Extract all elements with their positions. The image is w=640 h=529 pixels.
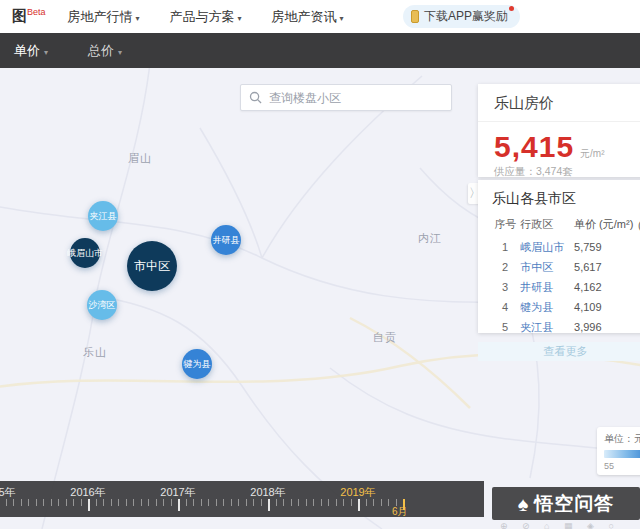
bubble-shawan[interactable]: 沙湾区 xyxy=(87,290,117,320)
year-label-2018: 2018年 xyxy=(250,485,285,500)
district-link[interactable]: 井研县 xyxy=(520,281,553,293)
legend-value: 55 xyxy=(604,461,640,471)
page: 图Beta 房地产行情▾ 产品与方案▾ 房地产资讯▾ 下载APP赢奖励 单价▾ … xyxy=(0,0,640,529)
city-label-neijiang: 内江 xyxy=(418,231,442,246)
watermark-brand: 悟空问答 xyxy=(534,491,614,517)
logo-text: 图 xyxy=(12,7,27,24)
site-logo[interactable]: 图Beta xyxy=(12,7,46,26)
table-row[interactable]: 3 井研县 4,162 xyxy=(490,277,640,297)
timeline-ticks xyxy=(0,499,484,512)
bubble-jiajiang[interactable]: 夹江县 xyxy=(88,201,118,231)
district-table: 序号 行政区 单价 (元/m²) ( 1 峨眉山市 5,759 2 市中区 xyxy=(490,214,640,337)
table-row[interactable]: 5 夹江县 3,996 xyxy=(490,317,640,337)
chevron-down-icon: ▾ xyxy=(44,48,48,57)
bubble-emeishan[interactable]: 峨眉山市 xyxy=(70,238,100,268)
average-price-value: 5,415 xyxy=(494,130,574,164)
tab-total-price[interactable]: 总价▾ xyxy=(88,42,122,60)
nav-item-news[interactable]: 房地产资讯▾ xyxy=(272,8,344,26)
download-app-button[interactable]: 下载APP赢奖励 xyxy=(403,5,520,28)
top-nav: 图Beta 房地产行情▾ 产品与方案▾ 房地产资讯▾ 下载APP赢奖励 xyxy=(0,0,640,33)
beta-badge: Beta xyxy=(27,7,46,17)
city-price-title: 乐山房价 xyxy=(478,84,640,122)
chevron-down-icon: ▾ xyxy=(136,14,140,23)
city-price-card: 乐山房价 5,415 元/m² 供应量：3,474套 查看更多 xyxy=(478,84,640,177)
district-link[interactable]: 犍为县 xyxy=(520,301,553,313)
district-link[interactable]: 市中区 xyxy=(520,261,553,273)
year-label-2017: 2017年 xyxy=(160,485,195,500)
current-month-label: 6月 xyxy=(392,505,408,519)
legend-unit-label: 单位：元 xyxy=(604,432,640,446)
chevron-down-icon: ▾ xyxy=(238,14,242,23)
table-row[interactable]: 2 市中区 5,617 xyxy=(490,257,640,277)
year-label-2015: 2015年 xyxy=(0,485,16,500)
chevron-down-icon: ▾ xyxy=(340,14,344,23)
supply-count: 供应量：3,474套 xyxy=(478,164,640,179)
col-price: 单价 (元/m²) xyxy=(574,214,638,237)
city-label-leshan: 乐山 xyxy=(83,345,107,360)
search-input[interactable] xyxy=(269,91,443,105)
col-seq: 序号 xyxy=(490,214,520,237)
city-label-meishan: 眉山 xyxy=(128,151,152,166)
notification-dot xyxy=(509,6,514,11)
map-canvas[interactable]: 眉山 内江 自贡 乐山 夹江县 峨眉山市 市中区 井研县 沙湾区 犍为县 乐山房… xyxy=(0,68,640,529)
bubble-jingyan[interactable]: 井研县 xyxy=(211,225,241,255)
nav-item-market[interactable]: 房地产行情▾ xyxy=(68,8,140,26)
table-row[interactable]: 4 犍为县 4,109 xyxy=(490,297,640,317)
bubble-qianwei[interactable]: 犍为县 xyxy=(182,349,212,379)
district-link[interactable]: 夹江县 xyxy=(520,321,553,333)
phone-icon xyxy=(411,10,419,23)
year-label-2016: 2016年 xyxy=(70,485,105,500)
district-link[interactable]: 峨眉山市 xyxy=(520,241,564,253)
chevron-down-icon: ▾ xyxy=(118,48,122,57)
map-search xyxy=(240,84,452,111)
price-mode-bar: 单价▾ 总价▾ xyxy=(0,33,640,68)
city-label-zigong: 自贡 xyxy=(373,330,397,345)
wukong-logo-icon: ♠ xyxy=(518,494,529,514)
timeline-slider[interactable]: 2015年 2016年 2017年 2018年 2019年 6月 xyxy=(0,481,484,517)
footer-glyph-icons: ⊕ ⊘ ⌂ ▦ ◈ ○ xyxy=(500,521,620,529)
download-app-label: 下载APP赢奖励 xyxy=(424,8,508,25)
price-legend: 单位：元 55 xyxy=(597,427,640,475)
table-row[interactable]: 1 峨眉山市 5,759 xyxy=(490,237,640,257)
price-unit: 元/m² xyxy=(580,147,604,161)
table-see-more-link[interactable]: 查看更多 xyxy=(478,342,640,361)
nav-item-products[interactable]: 产品与方案▾ xyxy=(170,8,242,26)
district-table-card: 乐山各县市区 序号 行政区 单价 (元/m²) ( 1 峨眉山市 5,759 xyxy=(478,180,640,333)
col-district: 行政区 xyxy=(520,214,574,237)
year-label-2019: 2019年 xyxy=(340,485,375,500)
search-icon xyxy=(249,91,262,104)
table-header-row: 序号 行政区 单价 (元/m²) ( xyxy=(490,214,640,237)
tab-unit-price[interactable]: 单价▾ xyxy=(14,42,48,60)
district-table-title: 乐山各县市区 xyxy=(478,180,640,214)
bubble-shizhongqu[interactable]: 市中区 xyxy=(127,241,177,291)
legend-gradient xyxy=(604,450,640,458)
watermark-banner: ♠ 悟空问答 xyxy=(492,487,640,520)
